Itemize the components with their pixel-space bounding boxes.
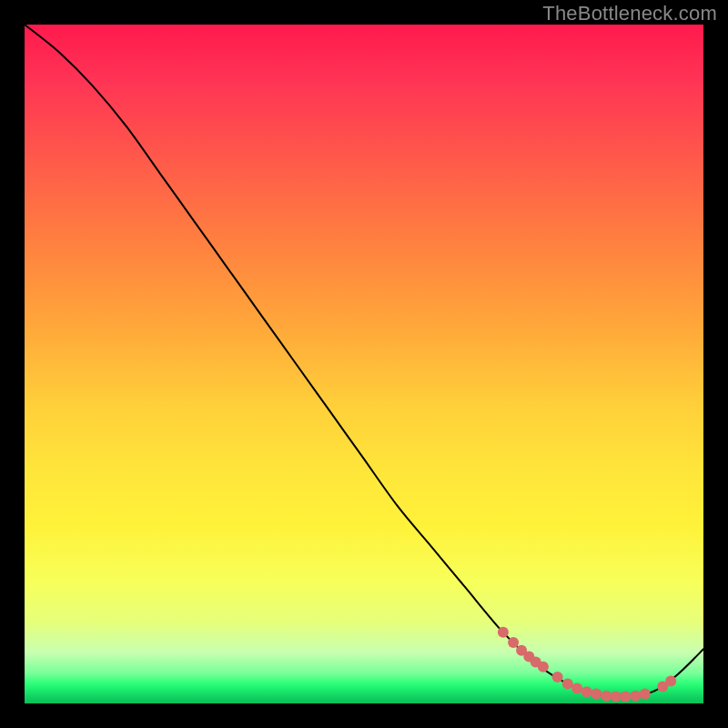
data-point [498, 627, 509, 638]
data-points-group [498, 627, 676, 703]
bottleneck-curve [25, 25, 703, 697]
data-point [630, 691, 641, 702]
data-point [665, 675, 676, 686]
data-point [581, 686, 592, 697]
data-point [611, 692, 622, 703]
data-point [538, 662, 549, 672]
data-point [571, 683, 582, 694]
data-point [601, 691, 612, 702]
data-point [620, 692, 631, 703]
watermark-label: TheBottleneck.com [542, 2, 717, 25]
data-point [640, 689, 651, 700]
curve-layer [25, 25, 703, 703]
data-point [552, 672, 563, 682]
plot-area [25, 25, 703, 703]
chart-frame: TheBottleneck.com [0, 0, 728, 728]
data-point [591, 689, 602, 700]
data-point [508, 637, 519, 648]
data-point [562, 678, 573, 689]
